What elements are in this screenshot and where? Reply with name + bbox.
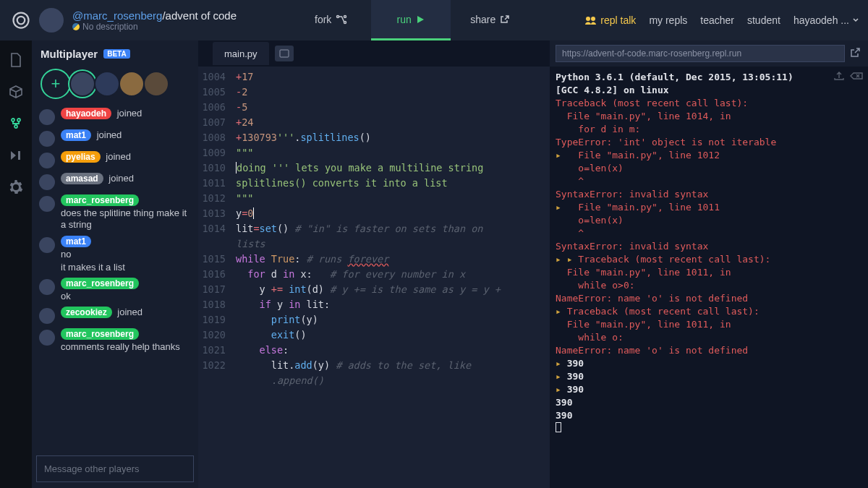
- nav-repl-talk[interactable]: repl talk: [584, 14, 636, 26]
- logo[interactable]: [9, 8, 33, 33]
- user-avatar[interactable]: [39, 109, 55, 125]
- fork-button[interactable]: fork: [292, 0, 371, 40]
- user-tag[interactable]: marc_rosenberg: [61, 278, 139, 289]
- project-title: @marc_rosenberg/advent of code No descri…: [72, 9, 237, 32]
- owner-handle[interactable]: @marc_rosenberg: [72, 9, 162, 22]
- editor-pane: main.py 1004+171005-21006-51007+241008+1…: [198, 40, 550, 488]
- svg-rect-10: [280, 50, 289, 57]
- user-tag[interactable]: mat1: [61, 129, 91, 141]
- terminal[interactable]: Python 3.6.1 (default, Dec 2015, 13:05:1…: [550, 67, 868, 488]
- svg-point-4: [344, 21, 346, 23]
- python-icon: [72, 23, 80, 30]
- repl-url-input[interactable]: [556, 45, 845, 62]
- svg-point-9: [14, 125, 17, 128]
- beta-badge: BETA: [103, 49, 129, 59]
- feed-item: marc_rosenbergok: [39, 278, 191, 302]
- svg-point-8: [17, 119, 20, 121]
- tab-bar: main.py: [198, 40, 550, 67]
- console-pane: Python 3.6.1 (default, Dec 2015, 13:05:1…: [550, 40, 868, 488]
- user-avatar[interactable]: [39, 153, 55, 168]
- message-input[interactable]: Message other players: [36, 455, 194, 482]
- panel-title: Multiplayer: [41, 48, 98, 60]
- player-avatar[interactable]: [119, 71, 145, 97]
- user-tag[interactable]: pyelias: [61, 151, 101, 163]
- user-avatar[interactable]: [39, 196, 55, 212]
- multiplayer-icon[interactable]: [8, 116, 24, 132]
- svg-point-2: [337, 15, 339, 17]
- feed-item: mat1noit makes it a list: [39, 236, 191, 274]
- debugger-icon[interactable]: [8, 147, 24, 163]
- terminal-clear-icon[interactable]: [849, 71, 864, 85]
- packages-icon[interactable]: [8, 84, 24, 100]
- nav-student[interactable]: student: [747, 14, 780, 26]
- svg-point-7: [12, 119, 14, 121]
- svg-point-5: [586, 17, 590, 21]
- user-tag[interactable]: amasad: [61, 173, 103, 184]
- user-avatar[interactable]: [39, 330, 55, 346]
- add-player-button[interactable]: +: [41, 69, 71, 99]
- user-avatar[interactable]: [39, 279, 55, 295]
- activity-feed: hayaodeh joinedmat1 joinedpyelias joined…: [36, 108, 194, 455]
- settings-icon[interactable]: [8, 179, 24, 195]
- player-avatar[interactable]: [94, 71, 120, 97]
- terminal-export-icon[interactable]: [833, 71, 845, 85]
- player-avatar[interactable]: [69, 71, 95, 97]
- svg-point-0: [14, 13, 29, 28]
- user-tag[interactable]: mat1: [61, 236, 91, 247]
- feed-item: marc_rosenbergcomments really help thank…: [39, 328, 191, 353]
- feed-item: mat1 joined: [39, 129, 191, 147]
- history-icon[interactable]: [275, 46, 294, 61]
- user-avatar[interactable]: [39, 237, 55, 253]
- feed-item: hayaodeh joined: [39, 108, 191, 125]
- share-button[interactable]: share: [451, 0, 530, 40]
- user-menu[interactable]: hayaodeh ...: [793, 14, 859, 26]
- file-tab[interactable]: main.py: [213, 42, 269, 65]
- user-tag[interactable]: marc_rosenberg: [61, 328, 139, 340]
- user-tag[interactable]: hayaodeh: [61, 108, 111, 119]
- svg-point-3: [344, 15, 346, 17]
- nav-my-repls[interactable]: my repls: [649, 14, 687, 26]
- top-bar: @marc_rosenberg/advent of code No descri…: [0, 0, 868, 40]
- multiplayer-panel: Multiplayer BETA + hayaodeh joinedmat1 j…: [32, 40, 198, 488]
- nav-teacher[interactable]: teacher: [700, 14, 734, 26]
- user-tag[interactable]: zecookiez: [61, 307, 112, 318]
- feed-item: pyelias joined: [39, 151, 191, 168]
- feed-item: marc_rosenbergdoes the splitline thing m…: [39, 194, 191, 231]
- open-external-icon[interactable]: [849, 47, 862, 60]
- code-editor[interactable]: 1004+171005-21006-51007+241008+130793'''…: [198, 67, 550, 488]
- user-tag[interactable]: marc_rosenberg: [61, 194, 139, 206]
- svg-point-1: [17, 17, 25, 25]
- user-avatar[interactable]: [39, 308, 55, 324]
- run-button[interactable]: run: [371, 0, 451, 40]
- icon-rail: [0, 40, 32, 488]
- files-icon[interactable]: [8, 52, 24, 68]
- svg-point-6: [591, 17, 595, 21]
- feed-item: amasad joined: [39, 173, 191, 190]
- project-avatar[interactable]: [39, 8, 64, 33]
- user-avatar[interactable]: [39, 131, 55, 147]
- feed-item: zecookiez joined: [39, 307, 191, 324]
- players-row: +: [36, 66, 194, 108]
- user-avatar[interactable]: [39, 174, 55, 190]
- player-avatar[interactable]: [143, 71, 169, 97]
